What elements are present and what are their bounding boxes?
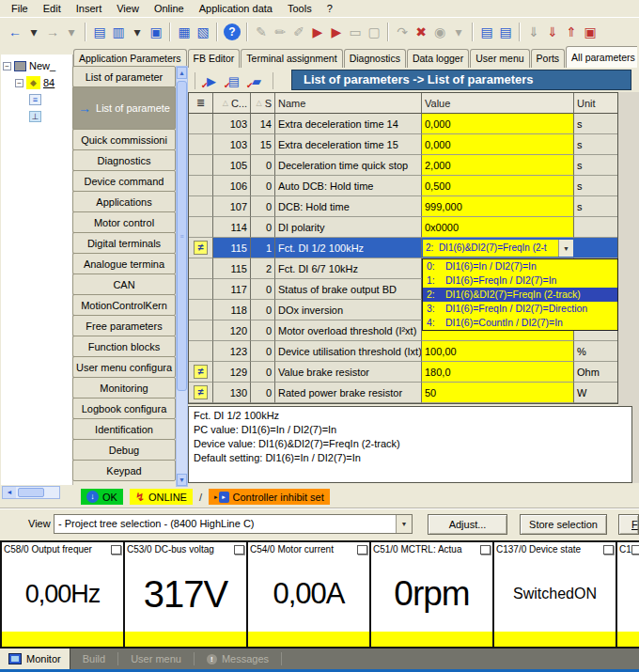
- toolbar-button[interactable]: [519, 23, 521, 41]
- chevron-down-icon[interactable]: ▼: [558, 240, 573, 257]
- table-row[interactable]: ≠ 114 0 DI polarity 0x0000: [189, 217, 617, 238]
- workspace-tab[interactable]: FB Editor: [188, 49, 241, 68]
- workspace-tab[interactable]: Application Parameters: [73, 49, 187, 68]
- toolbar-button[interactable]: ◉: [430, 22, 449, 42]
- tree-node-project[interactable]: − New_: [3, 57, 72, 74]
- sidebar-item[interactable]: → Monitoring: [72, 377, 176, 399]
- table-row[interactable]: ≠ 130 0 Rated power brake resistor 50 W: [189, 383, 617, 403]
- workspace-tab[interactable]: Terminal assignment: [241, 49, 342, 68]
- table-row[interactable]: ≠ 129 0 Value brake resistor 180,0 Ohm: [189, 362, 617, 383]
- value-cell[interactable]: 0,000: [422, 114, 574, 134]
- unit-column-header[interactable]: Unit: [574, 93, 617, 114]
- tree-node-terminal[interactable]: ⊥: [3, 108, 72, 125]
- scroll-left-icon[interactable]: ◄: [3, 487, 16, 498]
- tab-build[interactable]: Build: [70, 653, 117, 664]
- workspace-tab[interactable]: User menu: [470, 49, 529, 68]
- toolbar-button[interactable]: [169, 23, 171, 41]
- value-cell[interactable]: 2,000: [422, 155, 574, 176]
- toolbar-button[interactable]: ⇑: [562, 22, 581, 42]
- toolbar-button[interactable]: ▦: [175, 22, 194, 42]
- toolbar-button[interactable]: ✎: [252, 22, 271, 42]
- sub-column-header[interactable]: △S: [251, 93, 275, 114]
- toolbar-button[interactable]: ✖: [412, 22, 430, 42]
- toolbar-button[interactable]: ▢: [365, 22, 383, 42]
- value-cell[interactable]: 50: [422, 383, 574, 403]
- menu-item[interactable]: Online: [147, 1, 192, 16]
- menu-item[interactable]: Tools: [280, 1, 320, 16]
- dropdown-option[interactable]: 4: DI1(6)=CountIn / DI2(7)=In: [423, 316, 617, 330]
- menu-item[interactable]: Edit: [36, 1, 69, 16]
- table-row[interactable]: ≠ 103 14 Extra deceleration time 14 0,00…: [189, 114, 617, 134]
- toolbar-button[interactable]: ▾: [62, 22, 81, 42]
- table-row[interactable]: ≠ 105 0 Deceleration time quick stop 2,0…: [189, 155, 617, 176]
- toolbar-button[interactable]: →: [43, 22, 62, 42]
- menu-item[interactable]: ?: [320, 1, 340, 16]
- menu-item[interactable]: Insert: [69, 1, 110, 16]
- toolbar-button[interactable]: ▤: [496, 22, 515, 42]
- dropdown-option[interactable]: 2: DI1(6)&DI2(7)=FreqIn (2-track): [423, 288, 617, 302]
- toolbar-button[interactable]: ⇓: [543, 22, 562, 42]
- scrollbar-thumb[interactable]: ≡: [177, 81, 187, 391]
- toolbar-button[interactable]: ▥: [109, 22, 128, 42]
- toolbar-button[interactable]: ✐: [289, 22, 308, 42]
- value-cell[interactable]: 0,000: [422, 134, 574, 155]
- accept-button[interactable]: ▶ ✔: [200, 71, 223, 90]
- code-column-header[interactable]: △C...: [213, 93, 251, 114]
- menu-item[interactable]: Application data: [192, 1, 280, 16]
- table-row[interactable]: ≠ 123 0 Device utilisation threshold (Ix…: [189, 341, 617, 362]
- sidebar-item[interactable]: → User menu configura: [72, 356, 176, 378]
- value-combobox[interactable]: 2: DI1(6)&DI2(7)=FreqIn (2-t ▼: [422, 239, 574, 258]
- toolbar-button[interactable]: ▾: [449, 22, 468, 42]
- toolbar-button[interactable]: ▤: [477, 22, 496, 42]
- maximize-icon[interactable]: [111, 545, 121, 555]
- sidebar-item[interactable]: → Device command: [72, 170, 176, 192]
- maximize-icon[interactable]: [234, 545, 244, 555]
- toolbar-button[interactable]: [387, 23, 389, 41]
- sidebar-item[interactable]: → List of paramete: [72, 86, 176, 130]
- value-cell[interactable]: 180,0: [422, 362, 574, 383]
- sidebar-item[interactable]: → MotionControlKern: [72, 294, 176, 316]
- accept-button[interactable]: ▤ ✔: [223, 71, 245, 90]
- collapse-icon[interactable]: −: [3, 62, 11, 70]
- sidebar-item[interactable]: → Applications: [72, 191, 176, 212]
- value-column-header[interactable]: Value: [422, 93, 574, 114]
- scrollbar-thumb[interactable]: [18, 488, 44, 497]
- workspace-tab[interactable]: All parameters: [566, 46, 637, 68]
- tree-node-device[interactable]: − ◆ 84: [3, 74, 72, 91]
- chevron-down-icon[interactable]: ▼: [396, 515, 412, 533]
- toolbar-button[interactable]: ▶: [327, 22, 346, 42]
- flag-column-header[interactable]: ≣: [189, 93, 213, 114]
- toolbar-button[interactable]: ▣: [147, 22, 165, 42]
- dropdown-option[interactable]: 0: DI1(6)=In / DI2(7)=In: [423, 259, 617, 273]
- maximize-icon[interactable]: [480, 545, 491, 555]
- toolbar-button[interactable]: ▤: [90, 22, 109, 42]
- toolbar-button[interactable]: ▾: [24, 22, 43, 42]
- adjust-button[interactable]: Adjust...: [428, 514, 507, 535]
- toolbar-button[interactable]: ▧: [194, 22, 212, 42]
- scroll-down-icon[interactable]: ▼: [177, 474, 187, 486]
- sidebar-item[interactable]: → Keypad: [72, 460, 176, 481]
- workspace-tab[interactable]: Ports: [531, 49, 566, 68]
- table-row[interactable]: ≠ 106 0 Auto DCB: Hold time 0,500 s: [189, 176, 617, 196]
- workspace-tab[interactable]: Data logger: [407, 49, 469, 68]
- view-selector-combobox[interactable]: - Project tree selection - (8400 HighLin…: [54, 514, 413, 534]
- toolbar-button[interactable]: ↷: [393, 22, 412, 42]
- sidebar-item[interactable]: → List of parameter: [72, 66, 176, 87]
- tree-horizontal-scrollbar[interactable]: ◄: [2, 486, 60, 499]
- sidebar-item[interactable]: → Digital terminals: [72, 232, 176, 254]
- value-cell[interactable]: 999,000: [422, 196, 574, 217]
- value-cell[interactable]: 0x0000: [422, 217, 574, 238]
- sidebar-item[interactable]: → Debug: [72, 439, 176, 461]
- menu-item[interactable]: File: [4, 1, 36, 16]
- tab-monitor[interactable]: Monitor: [0, 649, 70, 669]
- project-label[interactable]: New_: [29, 60, 55, 71]
- collapse-icon[interactable]: −: [15, 79, 23, 87]
- tree-node-list[interactable]: ≡: [3, 91, 72, 108]
- toolbar-button[interactable]: ✏: [271, 22, 289, 42]
- name-column-header[interactable]: Name: [275, 93, 422, 114]
- toolbar-button[interactable]: [472, 23, 474, 41]
- sidebar-item[interactable]: → CAN: [72, 273, 176, 295]
- value-cell[interactable]: 100,00: [422, 341, 574, 362]
- accept-button[interactable]: ▰ ✔: [245, 71, 268, 90]
- store-selection-button[interactable]: Store selection: [520, 514, 607, 535]
